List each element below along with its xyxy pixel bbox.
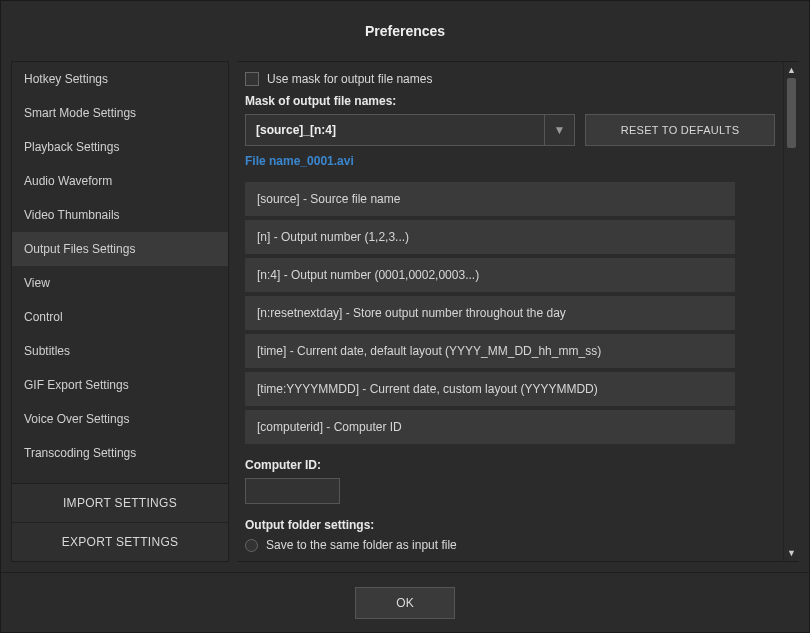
sidebar-item-gif-export[interactable]: GIF Export Settings — [12, 368, 228, 402]
sidebar-item-smart-mode[interactable]: Smart Mode Settings — [12, 96, 228, 130]
token-item[interactable]: [n:4] - Output number (0001,0002,0003...… — [245, 258, 735, 292]
use-mask-row: Use mask for output file names — [245, 72, 775, 86]
import-settings-button[interactable]: IMPORT SETTINGS — [12, 484, 228, 522]
footer: OK — [1, 572, 809, 632]
ok-button[interactable]: OK — [355, 587, 455, 619]
scroll-thumb[interactable] — [787, 78, 796, 148]
sidebar-item-view[interactable]: View — [12, 266, 228, 300]
radio-same-folder-row: Save to the same folder as input file — [245, 538, 775, 552]
sidebar-item-video-thumbnails[interactable]: Video Thumbnails — [12, 198, 228, 232]
token-label: [n:resetnextday] - Store output number t… — [257, 306, 566, 320]
mask-row: ▼ RESET TO DEFAULTS — [245, 114, 775, 146]
scrollbar[interactable]: ▲ ▼ — [783, 62, 799, 561]
token-label: [time:YYYYMMDD] - Current date, custom l… — [257, 382, 598, 396]
titlebar: Preferences — [1, 1, 809, 61]
output-folder-heading: Output folder settings: — [245, 518, 775, 532]
computer-id-input[interactable] — [245, 478, 340, 504]
radio-same-folder-label: Save to the same folder as input file — [266, 538, 457, 552]
mask-input[interactable] — [246, 115, 544, 145]
mask-input-wrap: ▼ — [245, 114, 575, 146]
window-title: Preferences — [365, 23, 445, 39]
sidebar-item-subtitles[interactable]: Subtitles — [12, 334, 228, 368]
preferences-window: Preferences Hotkey Settings Smart Mode S… — [0, 0, 810, 633]
sidebar-item-label: Video Thumbnails — [24, 208, 120, 222]
content: Use mask for output file names Mask of o… — [237, 62, 783, 561]
token-label: [source] - Source file name — [257, 192, 400, 206]
reset-defaults-button[interactable]: RESET TO DEFAULTS — [585, 114, 775, 146]
token-item[interactable]: [n:resetnextday] - Store output number t… — [245, 296, 735, 330]
sidebar-buttons: IMPORT SETTINGS EXPORT SETTINGS — [12, 483, 228, 561]
sidebar-item-label: Transcoding Settings — [24, 446, 136, 460]
sidebar-item-audio-waveform[interactable]: Audio Waveform — [12, 164, 228, 198]
sidebar-item-label: Output Files Settings — [24, 242, 135, 256]
computer-id-label: Computer ID: — [245, 458, 775, 472]
sidebar-item-transcoding[interactable]: Transcoding Settings — [12, 436, 228, 470]
sidebar-item-label: View — [24, 276, 50, 290]
sidebar-item-label: Hotkey Settings — [24, 72, 108, 86]
token-item[interactable]: [time:YYYYMMDD] - Current date, custom l… — [245, 372, 735, 406]
radio-same-folder[interactable] — [245, 539, 258, 552]
sidebar-item-control[interactable]: Control — [12, 300, 228, 334]
scroll-down-arrow-icon[interactable]: ▼ — [784, 545, 799, 561]
sidebar-item-label: Smart Mode Settings — [24, 106, 136, 120]
token-label: [computerid] - Computer ID — [257, 420, 402, 434]
main-panel: Use mask for output file names Mask of o… — [237, 61, 799, 562]
sidebar-list: Hotkey Settings Smart Mode Settings Play… — [12, 62, 228, 483]
sidebar-item-playback[interactable]: Playback Settings — [12, 130, 228, 164]
sidebar-item-voice-over[interactable]: Voice Over Settings — [12, 402, 228, 436]
token-list: [source] - Source file name [n] - Output… — [245, 182, 735, 444]
token-item[interactable]: [n] - Output number (1,2,3...) — [245, 220, 735, 254]
use-mask-label: Use mask for output file names — [267, 72, 432, 86]
use-mask-checkbox[interactable] — [245, 72, 259, 86]
mask-heading: Mask of output file names: — [245, 94, 775, 108]
sidebar-item-label: Control — [24, 310, 63, 324]
export-settings-button[interactable]: EXPORT SETTINGS — [12, 522, 228, 561]
sidebar-item-label: GIF Export Settings — [24, 378, 129, 392]
sidebar-item-output-files[interactable]: Output Files Settings — [12, 232, 228, 266]
token-label: [n:4] - Output number (0001,0002,0003...… — [257, 268, 479, 282]
chevron-down-icon: ▼ — [554, 123, 566, 137]
filename-preview: File name_0001.avi — [245, 154, 775, 168]
mask-dropdown-button[interactable]: ▼ — [544, 115, 574, 145]
token-item[interactable]: [computerid] - Computer ID — [245, 410, 735, 444]
scroll-up-arrow-icon[interactable]: ▲ — [784, 62, 799, 78]
token-label: [time] - Current date, default layout (Y… — [257, 344, 601, 358]
token-item[interactable]: [time] - Current date, default layout (Y… — [245, 334, 735, 368]
body: Hotkey Settings Smart Mode Settings Play… — [1, 61, 809, 572]
sidebar-item-label: Voice Over Settings — [24, 412, 129, 426]
token-item[interactable]: [source] - Source file name — [245, 182, 735, 216]
sidebar-item-label: Playback Settings — [24, 140, 119, 154]
sidebar-item-hotkey[interactable]: Hotkey Settings — [12, 62, 228, 96]
sidebar-item-label: Audio Waveform — [24, 174, 112, 188]
token-label: [n] - Output number (1,2,3...) — [257, 230, 409, 244]
sidebar: Hotkey Settings Smart Mode Settings Play… — [11, 61, 229, 562]
scroll-track[interactable] — [784, 78, 799, 545]
sidebar-item-label: Subtitles — [24, 344, 70, 358]
